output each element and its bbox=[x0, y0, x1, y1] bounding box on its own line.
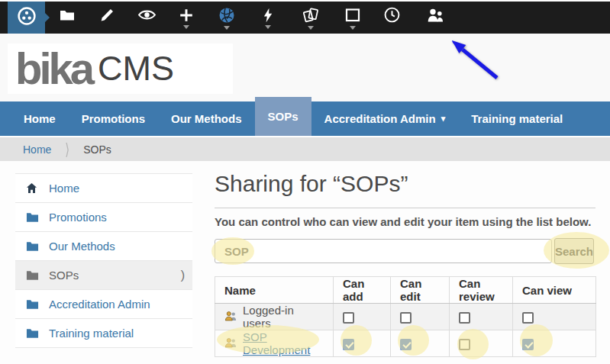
sidebar-item-accreditation-admin[interactable]: Accreditation Admin bbox=[15, 290, 192, 319]
clock-icon bbox=[383, 6, 401, 24]
folder-icon bbox=[26, 328, 39, 339]
nav-item-promotions[interactable]: Promotions bbox=[69, 101, 158, 136]
chevron-down-icon bbox=[308, 26, 314, 30]
plus-icon bbox=[178, 7, 195, 24]
table-row-logged-in-users: Logged-in users bbox=[215, 304, 596, 330]
sidebar-item-our-methods[interactable]: Our Methods bbox=[15, 232, 192, 261]
column-header-can-add: Can add bbox=[334, 277, 391, 304]
home-icon bbox=[26, 182, 39, 194]
eye-icon bbox=[137, 5, 157, 24]
group-link-sop-development[interactable]: SOP Development bbox=[243, 330, 324, 356]
sidebar-item-label: Promotions bbox=[49, 211, 107, 224]
can-edit-checkbox[interactable] bbox=[400, 312, 412, 324]
globe-icon bbox=[218, 6, 236, 24]
page-title: Sharing for “SOPs” bbox=[215, 169, 595, 198]
sharing-description: You can control who can view and edit yo… bbox=[215, 215, 595, 228]
can-add-checkbox[interactable] bbox=[343, 339, 354, 350]
add-new-button[interactable] bbox=[169, 2, 203, 34]
folder-icon bbox=[26, 299, 39, 310]
plone-menu-button[interactable] bbox=[8, 2, 45, 34]
plone-logo-icon bbox=[17, 6, 37, 29]
manage-content-button[interactable] bbox=[294, 2, 328, 34]
breadcrumb-separator-icon: ⟩ bbox=[65, 140, 69, 159]
pencil-icon bbox=[98, 6, 116, 24]
user-group-search-input[interactable] bbox=[215, 239, 552, 263]
column-header-can-edit: Can edit bbox=[391, 277, 450, 304]
sharing-button[interactable] bbox=[418, 2, 452, 34]
sidebar-item-label: Training material bbox=[49, 327, 134, 340]
can-view-checkbox[interactable] bbox=[522, 339, 534, 350]
sidebar-item-promotions[interactable]: Promotions bbox=[15, 203, 192, 232]
sidebar-item-label: Our Methods bbox=[49, 240, 115, 253]
site-logo[interactable]: bika CMS bbox=[8, 43, 233, 94]
history-button[interactable] bbox=[375, 2, 408, 34]
workflow-state-button[interactable] bbox=[210, 2, 244, 34]
breadcrumb: Home ⟩ SOPs bbox=[0, 137, 610, 161]
chevron-down-icon bbox=[265, 25, 271, 29]
sidebar-item-label: Home bbox=[49, 182, 79, 195]
column-header-can-view: Can view bbox=[513, 277, 596, 304]
sharing-permissions-table: Name Can add Can edit Can review Can vie… bbox=[215, 276, 596, 357]
breadcrumb-current: SOPs bbox=[83, 143, 111, 156]
view-button[interactable] bbox=[130, 2, 163, 34]
chevron-down-icon bbox=[350, 26, 356, 30]
sidebar-item-sops[interactable]: SOPs ) bbox=[15, 261, 192, 290]
column-header-name: Name bbox=[215, 277, 334, 304]
search-button[interactable]: Search bbox=[554, 238, 594, 264]
can-view-checkbox[interactable] bbox=[522, 312, 534, 324]
sidebar-item-label: SOPs bbox=[49, 269, 79, 282]
can-review-checkbox[interactable] bbox=[459, 339, 470, 350]
sidebar-item-training-material[interactable]: Training material bbox=[15, 319, 192, 348]
logo-text-cms: CMS bbox=[98, 50, 174, 88]
column-header-can-review: Can review bbox=[450, 277, 513, 304]
can-add-checkbox[interactable] bbox=[343, 312, 354, 324]
main-content: Sharing for “SOPs” You can control who c… bbox=[215, 169, 595, 357]
sidebar-item-home[interactable]: Home bbox=[15, 174, 192, 203]
nav-item-home[interactable]: Home bbox=[11, 101, 69, 136]
copy-pages-icon bbox=[302, 6, 320, 24]
logo-text-bika: bika bbox=[15, 47, 92, 91]
folder-icon bbox=[26, 212, 39, 223]
group-name: Logged-in users bbox=[243, 304, 324, 330]
sharing-search-form: Search bbox=[215, 238, 595, 265]
sidebar-item-label: Accreditation Admin bbox=[49, 298, 150, 311]
group-icon bbox=[224, 337, 237, 350]
chevron-down-icon bbox=[183, 25, 189, 29]
nav-item-sops[interactable]: SOPs bbox=[255, 97, 311, 136]
folder-icon bbox=[26, 241, 39, 252]
contents-button[interactable] bbox=[50, 2, 84, 34]
display-button[interactable] bbox=[336, 2, 370, 34]
nav-item-accreditation-admin[interactable]: Accreditation Admin ▾ bbox=[311, 101, 459, 136]
can-edit-checkbox[interactable] bbox=[400, 339, 412, 350]
can-review-checkbox[interactable] bbox=[459, 312, 470, 324]
users-icon bbox=[425, 6, 446, 24]
nav-item-our-methods[interactable]: Our Methods bbox=[158, 101, 255, 136]
group-icon bbox=[224, 311, 237, 324]
plone-toolbar bbox=[0, 2, 610, 34]
current-item-chevron-icon: ) bbox=[181, 269, 185, 282]
lightning-icon bbox=[260, 7, 276, 24]
navigation-portlet: Home Promotions Our Methods SOPs ) Accre… bbox=[15, 173, 192, 348]
folder-icon bbox=[58, 6, 76, 24]
table-row-sop-development: SOP Development bbox=[215, 330, 596, 357]
folder-icon bbox=[26, 270, 39, 281]
nav-item-training-material[interactable]: Training material bbox=[458, 101, 576, 136]
title-divider bbox=[215, 208, 595, 208]
breadcrumb-home-link[interactable]: Home bbox=[23, 143, 51, 156]
site-header: bika CMS bbox=[0, 34, 610, 101]
main-navigation: Home Promotions Our Methods SOPs Accredi… bbox=[0, 101, 610, 136]
nav-item-label: Accreditation Admin bbox=[324, 112, 436, 125]
display-rect-icon bbox=[344, 6, 362, 24]
edit-button[interactable] bbox=[90, 2, 124, 34]
dropdown-caret-icon: ▾ bbox=[441, 114, 446, 124]
actions-button[interactable] bbox=[251, 2, 285, 34]
chevron-down-icon bbox=[224, 26, 230, 30]
table-header-row: Name Can add Can edit Can review Can vie… bbox=[215, 277, 596, 304]
